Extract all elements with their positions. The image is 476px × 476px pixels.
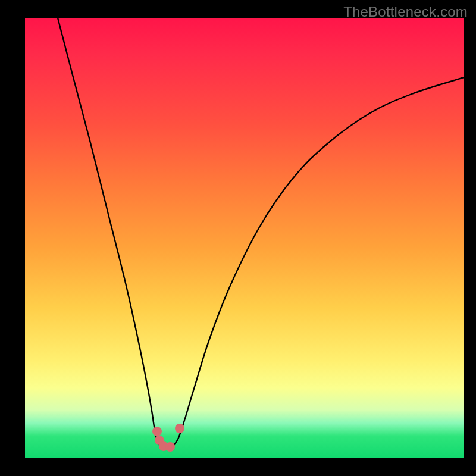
curve-marker	[175, 424, 184, 433]
curve-marker	[165, 442, 175, 452]
curve-marker	[152, 427, 162, 436]
bottleneck-curve	[58, 18, 464, 449]
curve-svg	[25, 18, 464, 458]
gradient-plot-area	[25, 18, 464, 458]
chart-frame: TheBottleneck.com	[0, 0, 476, 476]
marker-group	[152, 424, 184, 452]
watermark-text: TheBottleneck.com	[343, 4, 468, 20]
